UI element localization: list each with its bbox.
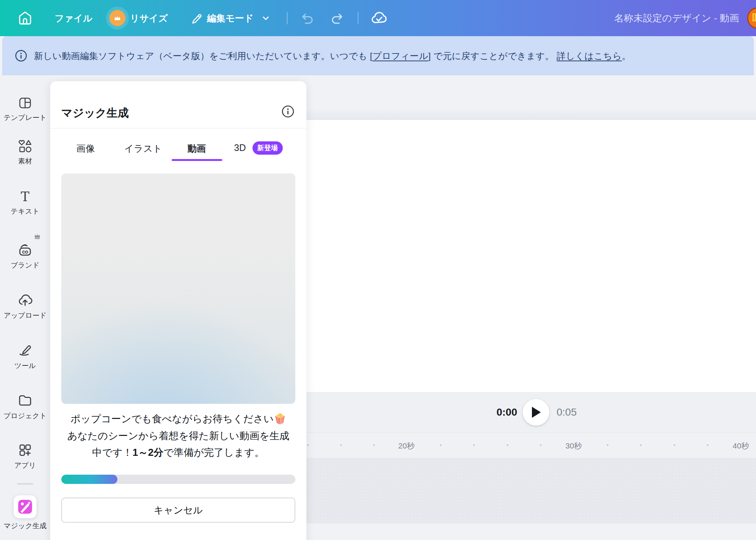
status-line-3: 中です！1～2分で準備が完了します。 (58, 444, 299, 461)
profile-link[interactable]: プロフィール (372, 51, 428, 61)
sidebar-item-text[interactable]: T テキスト (0, 189, 50, 216)
menu-resize-label: リサイズ (130, 12, 168, 24)
ruler-tick (640, 444, 642, 446)
sidebar-item-uploads[interactable]: アップロード (0, 292, 50, 320)
sidebar: テンプレート 素材 T テキスト (0, 75, 50, 540)
ruler-tick (674, 444, 675, 446)
redo-button[interactable] (330, 11, 344, 25)
sidebar-item-elements[interactable]: 素材 (0, 139, 50, 166)
ruler-tick (507, 444, 508, 446)
play-button[interactable] (523, 399, 549, 426)
sidebar-item-label: アップロード (4, 311, 47, 320)
chevron-down-icon (261, 13, 271, 23)
panel-divider (50, 128, 306, 128)
home-button[interactable] (16, 9, 34, 27)
topbar-divider (358, 12, 358, 24)
info-icon (281, 105, 295, 118)
svg-text:T: T (21, 189, 29, 204)
templates-icon (18, 96, 32, 110)
banner-text-after: 。 (622, 51, 631, 61)
panel-title: マジック生成 (61, 106, 129, 121)
sidebar-item-brand[interactable]: co ブランド (0, 242, 50, 270)
crown-badge (109, 10, 126, 26)
menu-file[interactable]: ファイル (55, 12, 92, 24)
cloud-save-status[interactable] (370, 10, 387, 27)
ruler-tick (307, 444, 309, 446)
text-icon: T (18, 189, 32, 204)
avatar[interactable]: 呟 (747, 7, 756, 29)
tab-illustration[interactable]: イラスト (124, 142, 162, 155)
sidebar-item-templates[interactable]: テンプレート (0, 96, 50, 123)
sidebar-item-tools[interactable]: ツール (0, 343, 50, 371)
ruler-tick (707, 444, 708, 446)
banner-text-middle: ] で元に戻すことができます。 (428, 51, 557, 61)
ruler-tick (607, 444, 608, 446)
sidebar-item-label: テンプレート (4, 113, 47, 123)
sidebar-divider (17, 483, 33, 485)
sidebar-item-magic-generate[interactable]: マジック生成 (0, 495, 50, 531)
status-line-3-pre: 中です！ (92, 447, 133, 458)
timeline-current-time: 0:00 (494, 406, 520, 418)
panel-info-button[interactable] (281, 105, 295, 118)
svg-text:co: co (22, 249, 28, 255)
upload-icon (17, 292, 33, 308)
brand-icon: co (17, 242, 33, 258)
undo-button[interactable] (300, 11, 315, 25)
status-line-3-post: で準備が完了します。 (164, 447, 264, 458)
beta-notice-banner: 新しい動画編集ソフトウェア（ベータ版）をご利用いただいています。いつでも [プロ… (2, 36, 754, 75)
ruler-time-label: 20秒 (398, 441, 415, 451)
home-icon (17, 10, 33, 26)
sidebar-item-label: アプリ (14, 461, 36, 470)
ruler-time-label: 40秒 (733, 441, 749, 451)
magic-generate-panel: マジック生成 画像 イラスト 動画 3D 新登場 ポップコーンでも食べながらお待… (50, 81, 306, 540)
sidebar-item-label: ブランド (11, 261, 39, 270)
status-line-3-bold: 1～2分 (133, 447, 164, 458)
status-line-2: あなたのシーンから着想を得た新しい動画を生成 (58, 428, 299, 445)
active-tab-underline (172, 159, 222, 161)
ruler-time-label: 30秒 (566, 441, 582, 451)
generation-status-text: ポップコーンでも食べながらお待ちください🍿 あなたのシーンから着想を得た新しい動… (58, 411, 299, 461)
sidebar-item-apps[interactable]: アプリ (0, 443, 50, 470)
app-window: ファイル リサイズ 編集モード (0, 0, 756, 540)
play-icon (530, 406, 542, 419)
learn-more-link[interactable]: 詳しくはこちら (557, 51, 622, 61)
top-bar: ファイル リサイズ 編集モード (0, 0, 756, 36)
elements-icon (18, 139, 32, 154)
tab-video[interactable]: 動画 (188, 142, 206, 155)
menu-resize[interactable]: リサイズ (109, 10, 168, 26)
menu-edit-mode[interactable]: 編集モード (189, 11, 271, 25)
redo-icon (330, 11, 344, 25)
ruler-tick (340, 444, 342, 446)
menu-edit-mode-label: 編集モード (207, 12, 254, 24)
timeline-total-time: 0:05 (554, 406, 580, 418)
menu-file-label: ファイル (55, 12, 92, 24)
generation-progress-fill (61, 475, 117, 484)
magic-generate-icon (17, 499, 33, 515)
status-line-1: ポップコーンでも食べながらお待ちください🍿 (58, 411, 299, 428)
info-icon (15, 49, 27, 62)
sidebar-item-label: ツール (14, 361, 36, 371)
banner-text-before: 新しい動画編集ソフトウェア（ベータ版）をご利用いただいています。いつでも [ (34, 51, 372, 61)
ruler-tick (540, 444, 542, 446)
tools-icon (17, 343, 33, 358)
sidebar-item-label: 素材 (18, 157, 32, 166)
sidebar-item-label: プロジェクト (4, 411, 47, 421)
banner-text: 新しい動画編集ソフトウェア（ベータ版）をご利用いただいています。いつでも [プロ… (34, 50, 631, 62)
cancel-button[interactable]: キャンセル (61, 498, 295, 523)
tab-3d[interactable]: 3D (234, 142, 246, 153)
generation-progress-bar (61, 475, 295, 484)
pencil-icon (189, 11, 203, 25)
generation-preview (61, 173, 295, 404)
sidebar-item-projects[interactable]: プロジェクト (0, 393, 50, 421)
ruler-tick (440, 444, 441, 446)
sidebar-item-label: テキスト (11, 207, 39, 216)
tab-images[interactable]: 画像 (76, 142, 95, 155)
design-title: 名称未設定のデザイン - 動画 (614, 12, 739, 25)
topbar-divider (287, 12, 288, 24)
cloud-check-icon (370, 10, 387, 27)
ruler-tick (473, 444, 475, 446)
projects-icon (17, 393, 33, 408)
avatar-glyph: 呟 (752, 11, 756, 26)
apps-icon (18, 443, 32, 458)
sidebar-item-label: マジック生成 (4, 521, 47, 531)
